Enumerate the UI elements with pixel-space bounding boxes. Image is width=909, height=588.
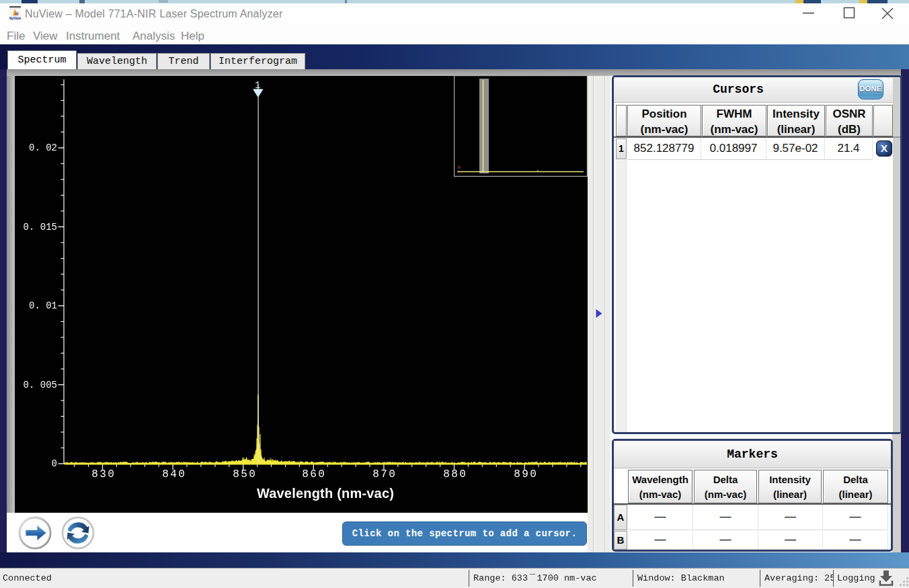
- svg-text:NuView: NuView: [9, 16, 21, 20]
